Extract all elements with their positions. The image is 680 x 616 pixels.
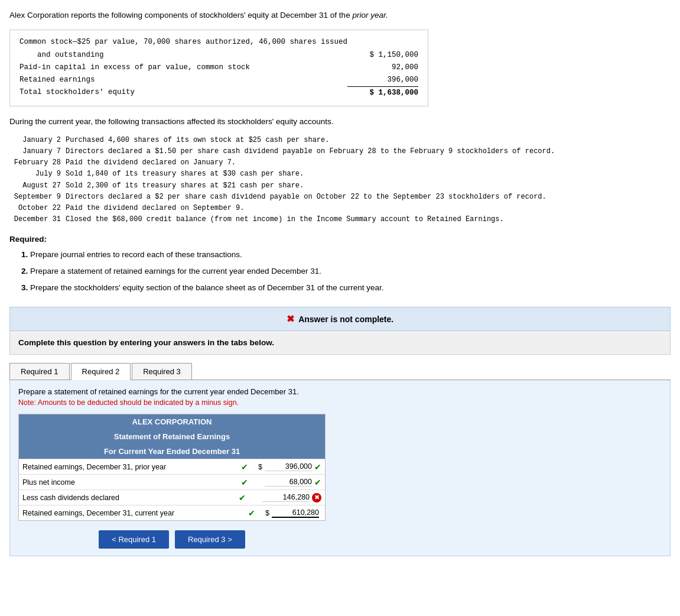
status-icon-1: ✔ [314, 462, 321, 472]
tab-note: Note: Amounts to be deducted should be i… [18, 398, 662, 407]
stmt-label-4: Retained earnings, December 31, current … [22, 509, 248, 517]
x-icon: ✖ [287, 314, 294, 324]
bottom-nav: < Required 1 Required 3 > [18, 530, 326, 549]
stmt-row-4: Retained earnings, December 31, current … [19, 505, 325, 520]
trans-row-3: February 28 Paid the dividend declared o… [9, 157, 671, 168]
equity-row-1: Common stock—$25 par value, 70,000 share… [19, 36, 418, 48]
trans-row-5: August 27 Sold 2,300 of its treasury sha… [9, 180, 671, 192]
value-3: 146,280 [262, 493, 310, 502]
required-item-3: 3. Prepare the stockholders' equity sect… [21, 280, 671, 296]
stmt-period: For Current Year Ended December 31 [19, 444, 325, 459]
trans-row-6: September 9 Directors declared a $2 per … [9, 192, 671, 203]
equity-row-total: Total stockholders' equity $ 1,638,000 [19, 86, 418, 99]
trans-row-1: January 2 Purchased 4,600 shares of its … [9, 135, 671, 146]
stmt-label-2: Plus net income [22, 478, 241, 487]
transactions-list: January 2 Purchased 4,600 shares of its … [9, 135, 671, 226]
check-icon-4: ✔ [248, 508, 255, 518]
complete-banner: Complete this question by entering your … [9, 331, 671, 355]
stmt-row-1: Retained earnings, December 31, prior ye… [19, 459, 325, 474]
value-1: 396,000 [265, 462, 312, 471]
statement-container: ALEX CORPORATION Statement of Retained E… [18, 414, 326, 521]
required-list: 1. Prepare journal entries to record eac… [21, 247, 671, 295]
equity-table: Common stock—$25 par value, 70,000 share… [9, 30, 428, 106]
required-item-1: 1. Prepare journal entries to record eac… [21, 247, 671, 262]
trans-row-2: January 7 Directors declared a $1.50 per… [9, 146, 671, 157]
required-section: Required: 1. Prepare journal entries to … [9, 235, 671, 295]
dollar-4: $ [258, 509, 269, 517]
answer-banner: ✖ Answer is not complete. [9, 307, 671, 331]
stmt-row-2: Plus net income ✔ 68,000 ✔ [19, 474, 325, 489]
check-icon-3: ✔ [239, 493, 246, 502]
status-icon-3: ✖ [312, 493, 321, 502]
intro-paragraph: Alex Corporation reports the following c… [9, 9, 671, 21]
value-4: 610,280 [272, 508, 319, 518]
tab-instruction: Prepare a statement of retained earnings… [18, 387, 662, 396]
required-header: Required: [9, 235, 671, 244]
stmt-label-1: Retained earnings, December 31, prior ye… [22, 463, 241, 471]
nav-back-button[interactable]: < Required 1 [99, 530, 169, 549]
answer-banner-text: Answer is not complete. [298, 315, 393, 324]
trans-row-8: December 31 Closed the $68,000 credit ba… [9, 214, 671, 225]
value-2: 68,000 [265, 478, 312, 487]
stmt-row-3: Less cash dividends declared ✔ 146,280 ✖ [19, 489, 325, 505]
during-text: During the current year, the following t… [9, 116, 671, 128]
tab-content-required2: Prepare a statement of retained earnings… [9, 380, 671, 556]
stmt-label-3: Less cash dividends declared [22, 494, 239, 502]
tab-required1[interactable]: Required 1 [9, 363, 70, 380]
equity-row-4: Retained earnings 396,000 [19, 74, 418, 86]
equity-row-2: and outstanding $ 1,150,000 [19, 49, 418, 61]
status-icon-2: ✔ [314, 478, 321, 487]
trans-row-4: July 9 Sold 1,840 of its treasury shares… [9, 168, 671, 180]
check-icon-1: ✔ [241, 462, 248, 472]
tab-required3[interactable]: Required 3 [132, 363, 192, 380]
dollar-1: $ [250, 463, 262, 471]
check-icon-2: ✔ [241, 478, 248, 487]
trans-row-7: October 22 Paid the dividend declared on… [9, 203, 671, 214]
equity-row-3: Paid-in capital in excess of par value, … [19, 61, 418, 74]
complete-banner-text: Complete this question by entering your … [18, 338, 274, 347]
intro-italic: prior year. [352, 11, 388, 20]
required-item-2: 2. Prepare a statement of retained earni… [21, 264, 671, 279]
nav-forward-button[interactable]: Required 3 > [175, 530, 245, 549]
tab-required2[interactable]: Required 2 [71, 363, 131, 380]
stmt-subtitle: Statement of Retained Earnings [19, 429, 325, 444]
intro-text: Alex Corporation reports the following c… [9, 11, 352, 20]
stmt-title: ALEX CORPORATION [19, 414, 325, 429]
tabs-row: Required 1 Required 2 Required 3 [9, 363, 671, 380]
